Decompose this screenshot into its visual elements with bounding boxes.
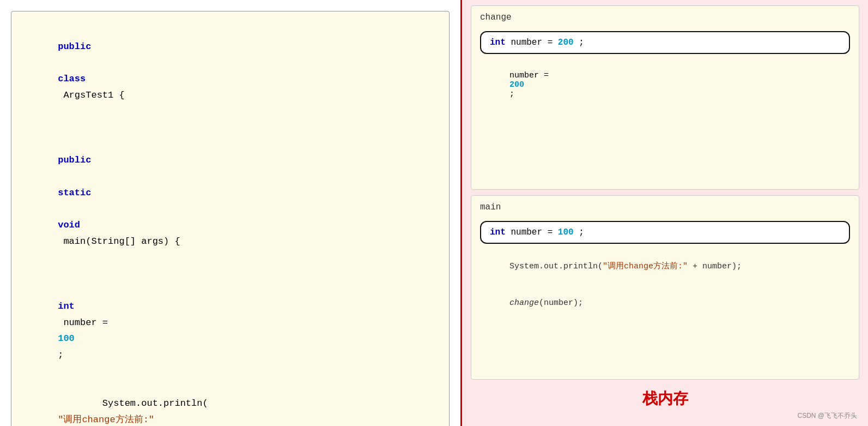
keyword-public: public xyxy=(58,41,91,52)
left-panel: public class ArgsTest1 { public static v… xyxy=(0,0,460,426)
main-frame-label: main xyxy=(480,202,850,212)
string-before: "调用change方法前:" xyxy=(58,415,154,425)
change-frame-label: change xyxy=(480,13,850,22)
keyword-int: int xyxy=(58,301,75,311)
code-editor: public class ArgsTest1 { public static v… xyxy=(11,11,450,426)
main-var-box: int number = 100 ; xyxy=(480,221,850,244)
keyword-void: void xyxy=(58,220,80,230)
code-line-4: System.out.println( "调用change方法前:" + num… xyxy=(25,380,436,427)
main-line-1: System.out.println("调用change方法前:" + numb… xyxy=(480,250,850,281)
code-line-1: public class ArgsTest1 { xyxy=(25,22,436,120)
change-var-box: int number = 200 ; xyxy=(480,31,850,54)
code-line-3: int number = 100 ; xyxy=(25,266,436,379)
keyword-class: class xyxy=(58,74,86,84)
right-panel: change int number = 200 ; number = 200 ;… xyxy=(460,0,868,426)
csdn-label: CSDN @飞飞不乔头 xyxy=(471,411,859,421)
code-line-2: public static void main(String[] args) { xyxy=(25,120,436,266)
main-line-2: change(number); xyxy=(480,288,850,318)
keyword-static: static xyxy=(58,188,91,198)
change-extra-line: number = 200 ; xyxy=(480,61,850,109)
number-100: 100 xyxy=(58,333,75,344)
watermark: 栈内存 xyxy=(471,385,859,411)
keyword-public2: public xyxy=(58,155,91,165)
change-frame: change int number = 200 ; number = 200 ; xyxy=(471,5,859,190)
main-frame: main int number = 100 ; System.out.print… xyxy=(471,195,859,380)
